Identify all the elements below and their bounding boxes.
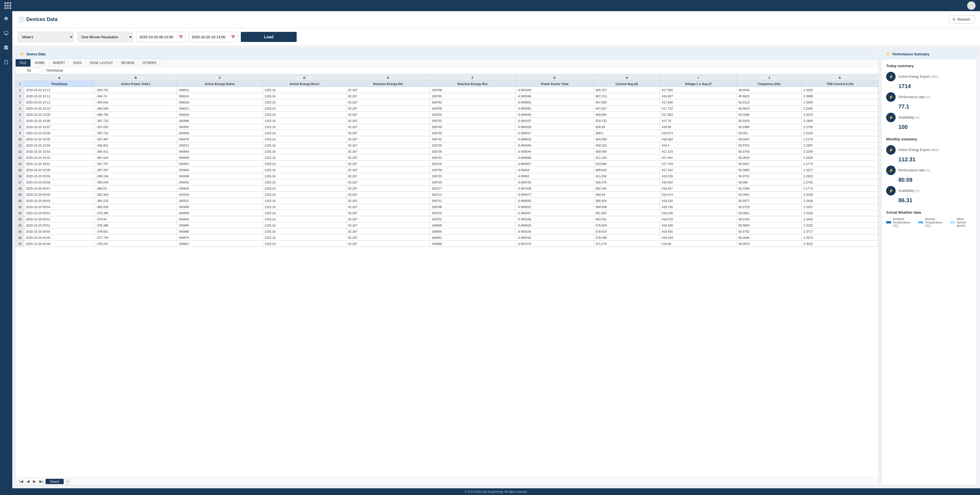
cell-data[interactable]: 1325.16 [262, 210, 346, 216]
cell-data[interactable]: 92.267 [346, 148, 430, 155]
cell-data[interactable]: 169765 [430, 93, 516, 99]
cell-data[interactable]: -397.733 [94, 118, 177, 124]
cell-data[interactable]: -0.900256 [515, 216, 593, 222]
refresh-button[interactable]: ↻ Refresh [948, 15, 974, 24]
cell-data[interactable]: -0.899065 [515, 198, 593, 204]
cell-data[interactable]: 2.3337 [802, 204, 878, 210]
cell-data[interactable]: 50.0821 [737, 210, 802, 216]
cell-data[interactable]: 2020-10-20 09:53 [24, 210, 94, 216]
cell-data[interactable]: 2.3254 [802, 99, 878, 105]
cell-data[interactable]: 607.083 [593, 99, 660, 105]
cell-data[interactable]: 169752 [430, 118, 516, 124]
sidebar-item-data[interactable] [2, 58, 10, 66]
cell-data[interactable]: 605.257 [593, 87, 660, 93]
grid-menu-icon[interactable] [5, 2, 11, 9]
cell-data[interactable]: 92.267 [346, 161, 430, 167]
cell-data[interactable]: -394.74 [94, 93, 177, 99]
cell-c1[interactable]: Active Energy Delive [177, 81, 262, 87]
cell-data[interactable]: 50.0977 [737, 198, 802, 204]
cell-data[interactable]: 92.267 [346, 167, 430, 173]
cell-data[interactable]: 1325.16 [262, 222, 346, 228]
cell-data[interactable]: -382.224 [94, 198, 177, 204]
cell-data[interactable]: 2020-10-20 10:02 [24, 155, 94, 161]
cell-data[interactable]: 50.0119 [737, 99, 802, 105]
calendar-from-icon[interactable]: 📅 [179, 35, 183, 39]
cell-data[interactable]: 345906 [177, 204, 262, 210]
cell-data[interactable]: 608.323 [593, 142, 660, 148]
cell-data[interactable]: 345978 [177, 136, 262, 142]
cell-data[interactable]: 417.722 [660, 105, 737, 112]
cell-data[interactable]: 2.2418 [802, 198, 878, 204]
cell-f1[interactable]: Reactive Energy Rec [430, 81, 516, 87]
cell-data[interactable]: 2.2074 [802, 112, 878, 118]
cell-data[interactable]: 50.0751 [737, 173, 802, 179]
cell-data[interactable]: -0.900328 [515, 124, 593, 130]
cell-data[interactable]: 50.0619 [737, 155, 802, 161]
cell-data[interactable]: 345867 [177, 241, 262, 247]
cell-data[interactable]: 345984 [177, 130, 262, 136]
cell-data[interactable]: 1325.16 [262, 87, 346, 93]
col-header-g[interactable]: G [515, 75, 593, 81]
cell-data[interactable]: -381.359 [94, 192, 177, 198]
cell-data[interactable]: -0.900917 [515, 130, 593, 136]
cell-data[interactable]: 600.584 [593, 148, 660, 155]
cell-data[interactable]: 92.267 [346, 179, 430, 185]
cell-data[interactable]: 345899 [177, 210, 262, 216]
cell-data[interactable]: 609.833 [593, 167, 660, 173]
cell-data[interactable]: 417.941 [660, 155, 737, 161]
cell-data[interactable]: 345998 [177, 118, 262, 124]
cell-data[interactable]: 169733 [430, 155, 516, 161]
cell-data[interactable]: 2020-10-20 10:07 [24, 124, 94, 130]
cell-data[interactable]: 1325.16 [262, 198, 346, 204]
cell-data[interactable]: 608.95 [593, 124, 660, 130]
cell-data[interactable]: 92.267 [346, 142, 430, 148]
cell-data[interactable]: 2020-10-20 09:50 [24, 228, 94, 235]
cell-data[interactable]: 50.0547 [737, 161, 802, 167]
cell-data[interactable]: 2.2755 [802, 124, 878, 130]
cell-data[interactable]: 1325.16 [262, 148, 346, 155]
cell-data[interactable]: -0.908733 [515, 179, 593, 185]
cell-data[interactable]: 345886 [177, 222, 262, 228]
cell-data[interactable]: 2.1809 [802, 118, 878, 124]
cell-data[interactable]: 418.873 [660, 130, 737, 136]
cell-data[interactable]: 50.1046 [737, 185, 802, 192]
cell-data[interactable]: -0.900531 [515, 204, 593, 210]
cell-b1[interactable]: Active Power Total ( [94, 81, 177, 87]
cell-data[interactable]: 2020-10-20 09:56 [24, 192, 94, 198]
sidebar-item-monitor[interactable] [2, 29, 10, 37]
cell-data[interactable]: -0.899933 [515, 136, 593, 142]
cell-data[interactable]: -0.900081 [515, 105, 593, 112]
cell-data[interactable]: 169736 [430, 148, 516, 155]
cell-data[interactable]: 2.3190 [802, 210, 878, 216]
cell-data[interactable]: -394.421 [94, 148, 177, 155]
cell-data[interactable]: -0.90054 [515, 167, 593, 173]
cell-data[interactable]: 169720 [430, 179, 516, 185]
cell-data[interactable]: 2020-10-20 10:09 [24, 112, 94, 118]
cell-data[interactable]: 1325.16 [262, 167, 346, 173]
cell-data[interactable]: 50.061 [737, 130, 802, 136]
cell-data[interactable]: -395.034 [94, 179, 177, 185]
cell-data[interactable]: 92.267 [346, 173, 430, 179]
cell-data[interactable]: 169749 [430, 124, 516, 130]
col-header-k[interactable]: K [802, 75, 878, 81]
cell-data[interactable]: 169689 [430, 241, 516, 247]
cell-data[interactable]: 2.3717 [802, 228, 878, 235]
cell-data[interactable]: 169692 [430, 235, 516, 241]
cell-data[interactable]: 1325.16 [262, 155, 346, 161]
cell-data[interactable]: 2020-10-20 10:00 [24, 167, 94, 173]
cell-data[interactable]: 417.642 [660, 167, 737, 173]
cell-data[interactable]: 50.0754 [737, 148, 802, 155]
cell-data[interactable]: 2.3998 [802, 93, 878, 99]
cell-data[interactable]: 2.3120 [802, 130, 878, 136]
cell-data[interactable]: 92.267 [346, 204, 430, 210]
cell-data[interactable]: 169723 [430, 173, 516, 179]
cell-data[interactable]: -0.899927 [515, 161, 593, 167]
cell-data[interactable]: 1325.16 [262, 185, 346, 192]
cell-data[interactable]: 92.267 [346, 99, 430, 105]
ribbon-data[interactable]: DATA [69, 59, 86, 67]
col-header-f[interactable]: F [430, 75, 516, 81]
cell-data[interactable]: 1325.16 [262, 204, 346, 210]
cell-data[interactable]: -397.387 [94, 136, 177, 142]
cell-data[interactable]: 2.2397 [802, 142, 878, 148]
cell-g1[interactable]: Power Factor Total [515, 81, 593, 87]
